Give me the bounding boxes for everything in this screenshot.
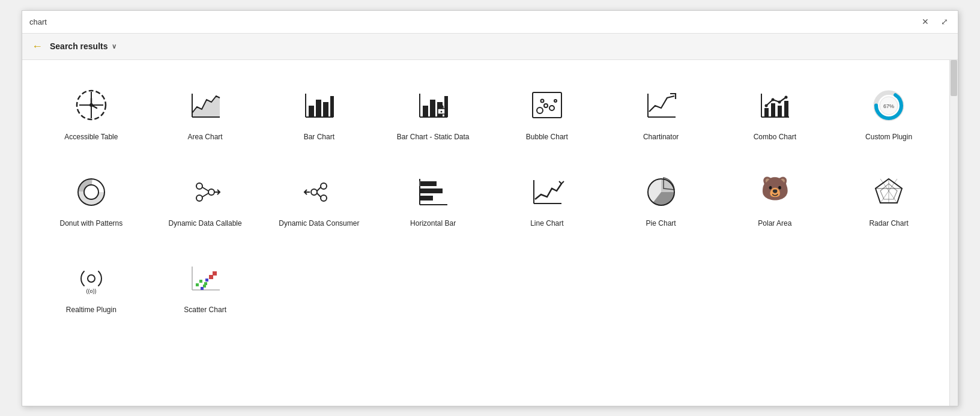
svg-rect-88 xyxy=(209,275,213,279)
dynamic-data-callable-icon xyxy=(185,172,226,213)
bar-chart-static-icon xyxy=(413,85,453,126)
title-bar-right: ✕ ⤢ xyxy=(919,16,951,28)
area-chart-label: Area Chart xyxy=(188,132,223,142)
chartinator-icon xyxy=(641,85,682,126)
svg-rect-90 xyxy=(204,282,207,285)
accessible-table-icon xyxy=(71,85,112,126)
svg-rect-35 xyxy=(778,106,782,117)
dynamic-data-consumer-label: Dynamic Data Consumer xyxy=(279,219,359,228)
svg-point-22 xyxy=(441,111,443,113)
svg-rect-14 xyxy=(330,96,334,117)
svg-rect-36 xyxy=(784,101,788,117)
bubble-chart-label: Bubble Chart xyxy=(526,132,568,142)
area-chart-icon xyxy=(185,85,226,126)
scrollbar-thumb[interactable] xyxy=(951,60,957,96)
svg-point-51 xyxy=(196,195,202,201)
scatter-chart-icon xyxy=(185,258,226,299)
line-chart-icon xyxy=(527,172,567,213)
svg-point-59 xyxy=(321,195,327,201)
svg-rect-13 xyxy=(323,102,328,117)
grid-item-pie-chart[interactable]: Pie Chart xyxy=(604,161,718,235)
title-bar-left: chart xyxy=(29,17,47,26)
svg-point-52 xyxy=(208,189,214,195)
svg-text:🐻: 🐻 xyxy=(761,175,790,202)
grid-item-horizontal-bar[interactable]: Horizontal Bar xyxy=(376,161,490,235)
grid-item-combo-chart[interactable]: Combo Chart xyxy=(718,74,832,149)
expand-button[interactable]: ⤢ xyxy=(939,16,951,28)
horizontal-bar-icon xyxy=(413,172,453,213)
svg-line-60 xyxy=(317,187,321,191)
svg-point-27 xyxy=(554,100,557,102)
svg-point-24 xyxy=(537,107,543,113)
back-arrow[interactable]: ← xyxy=(32,40,43,53)
svg-point-57 xyxy=(311,189,317,195)
grid-item-bar-chart[interactable]: Bar Chart xyxy=(262,74,377,149)
dynamic-data-callable-label: Dynamic Data Callable xyxy=(169,219,242,228)
grid-item-donut-patterns[interactable]: Donut with Patterns xyxy=(34,161,148,235)
line-chart-label: Line Chart xyxy=(530,219,563,228)
grid-item-line-chart[interactable]: Line Chart xyxy=(490,161,604,235)
grid-item-custom-plugin[interactable]: 67% Custom Plugin xyxy=(832,74,946,149)
svg-point-28 xyxy=(540,100,543,103)
svg-rect-34 xyxy=(771,103,775,117)
svg-point-38 xyxy=(772,98,775,101)
search-results-dropdown[interactable]: Search results ∨ xyxy=(50,41,116,51)
scrollbar-track[interactable] xyxy=(949,60,958,406)
realtime-plugin-icon: ((o)) xyxy=(71,258,112,299)
grid-item-bar-chart-static[interactable]: Bar Chart - Static Data xyxy=(376,74,490,149)
svg-rect-87 xyxy=(205,279,208,282)
grid-item-area-chart[interactable]: Area Chart xyxy=(148,74,262,149)
combo-chart-icon xyxy=(754,85,795,126)
svg-point-47 xyxy=(84,185,98,199)
realtime-plugin-label: Realtime Plugin xyxy=(66,305,116,315)
svg-rect-64 xyxy=(420,181,437,186)
svg-text:67%: 67% xyxy=(883,103,894,109)
close-button[interactable]: ✕ xyxy=(919,16,931,28)
pie-chart-label: Pie Chart xyxy=(646,219,676,228)
chartinator-label: Chartinator xyxy=(643,132,679,142)
bar-chart-label: Bar Chart xyxy=(304,132,334,142)
svg-rect-18 xyxy=(430,100,435,117)
svg-point-40 xyxy=(785,96,788,99)
svg-rect-84 xyxy=(199,280,202,283)
radar-chart-icon xyxy=(868,172,909,213)
svg-point-25 xyxy=(544,104,548,107)
svg-point-50 xyxy=(196,183,202,189)
svg-point-58 xyxy=(321,183,327,189)
grid-item-accessible-table[interactable]: Accessible Table xyxy=(34,74,148,149)
svg-point-79 xyxy=(88,275,95,282)
radar-chart-label: Radar Chart xyxy=(869,219,908,228)
scatter-chart-label: Scatter Chart xyxy=(184,305,226,315)
svg-marker-8 xyxy=(192,96,220,117)
svg-rect-17 xyxy=(423,106,428,117)
polar-area-icon: 🐻 xyxy=(754,172,795,213)
donut-patterns-icon xyxy=(71,172,112,213)
accessible-table-label: Accessible Table xyxy=(64,132,118,142)
polar-area-label: Polar Area xyxy=(758,219,791,228)
svg-point-26 xyxy=(549,106,554,110)
grid-item-scatter-chart[interactable]: Scatter Chart xyxy=(148,247,262,322)
grid-item-dynamic-data-consumer[interactable]: Dynamic Data Consumer xyxy=(262,161,377,235)
grid-item-bubble-chart[interactable]: Bubble Chart xyxy=(490,74,604,149)
svg-rect-83 xyxy=(196,283,199,286)
grid-item-chartinator[interactable]: Chartinator xyxy=(604,74,718,149)
bar-chart-static-label: Bar Chart - Static Data xyxy=(397,132,470,142)
custom-plugin-icon: 67% xyxy=(868,85,909,126)
grid-item-realtime-plugin[interactable]: ((o)) Realtime Plugin xyxy=(34,247,148,322)
svg-point-37 xyxy=(765,104,768,107)
grid-item-polar-area[interactable]: 🐻 Polar Area xyxy=(718,161,832,235)
grid-item-dynamic-data-callable[interactable]: Dynamic Data Callable xyxy=(148,161,262,235)
svg-line-53 xyxy=(202,187,208,191)
items-grid: Accessible Table Area Chart xyxy=(34,74,946,322)
content-area: Accessible Table Area Chart xyxy=(22,60,958,406)
combo-chart-label: Combo Chart xyxy=(754,132,796,142)
header-bar: ← Search results ∨ xyxy=(22,34,958,60)
svg-point-39 xyxy=(778,101,781,104)
svg-text:((o)): ((o)) xyxy=(86,288,96,294)
chevron-down-icon: ∨ xyxy=(112,43,116,50)
pie-chart-icon xyxy=(641,172,682,213)
svg-rect-66 xyxy=(420,196,433,200)
svg-line-61 xyxy=(317,193,321,197)
svg-rect-65 xyxy=(420,188,443,193)
grid-item-radar-chart[interactable]: Radar Chart xyxy=(832,161,946,235)
